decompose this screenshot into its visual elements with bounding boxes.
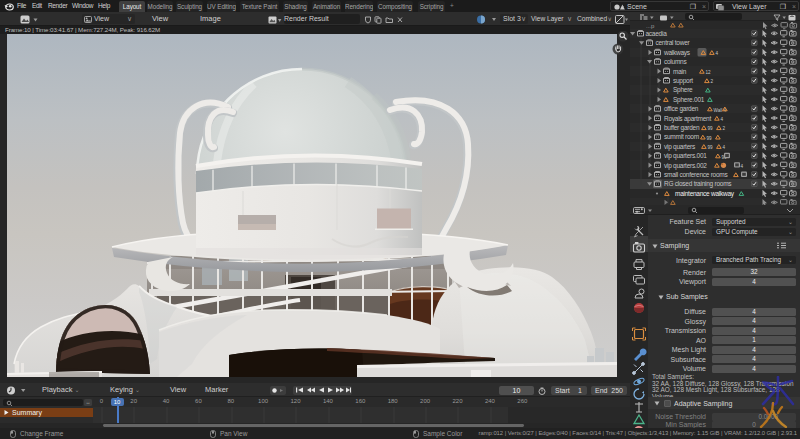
- svg-text:2: 2: [711, 79, 714, 84]
- svg-text:4: 4: [723, 145, 726, 150]
- svg-text:99: 99: [708, 126, 714, 131]
- svg-text:4: 4: [716, 51, 719, 56]
- svg-text:...p: ...p: [646, 23, 655, 29]
- svg-text:4: 4: [721, 117, 724, 122]
- svg-text:2: 2: [723, 126, 726, 131]
- svg-text:12: 12: [706, 70, 712, 75]
- svg-text:99: 99: [708, 145, 714, 150]
- svg-text:99: 99: [707, 136, 713, 141]
- svg-text:4: 4: [741, 164, 744, 169]
